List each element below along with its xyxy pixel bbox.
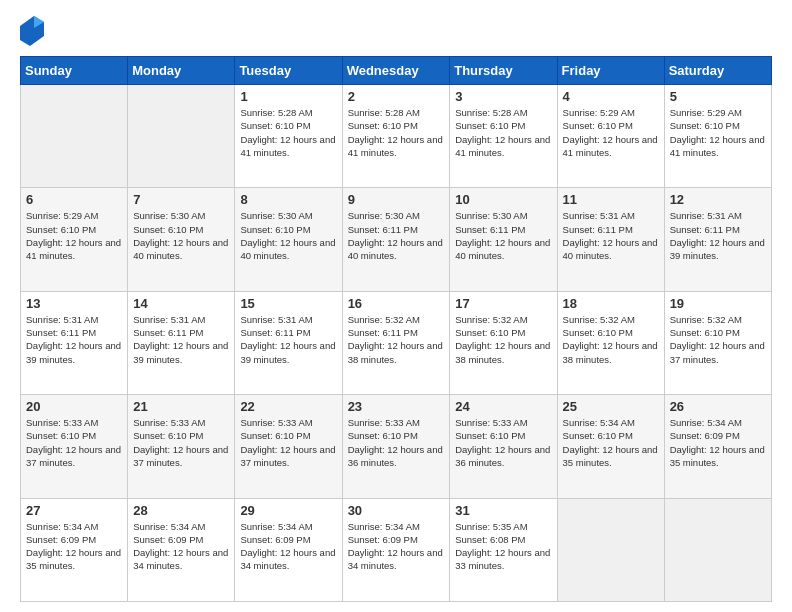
day-number: 16 xyxy=(348,296,445,311)
day-number: 31 xyxy=(455,503,551,518)
calendar-day-cell: 11Sunrise: 5:31 AM Sunset: 6:11 PM Dayli… xyxy=(557,188,664,291)
day-number: 5 xyxy=(670,89,766,104)
page: SundayMondayTuesdayWednesdayThursdayFrid… xyxy=(0,0,792,612)
calendar-week-row: 20Sunrise: 5:33 AM Sunset: 6:10 PM Dayli… xyxy=(21,395,772,498)
day-number: 14 xyxy=(133,296,229,311)
calendar-day-cell xyxy=(21,85,128,188)
calendar-day-cell: 24Sunrise: 5:33 AM Sunset: 6:10 PM Dayli… xyxy=(450,395,557,498)
calendar-day-cell: 21Sunrise: 5:33 AM Sunset: 6:10 PM Dayli… xyxy=(128,395,235,498)
calendar-day-cell xyxy=(664,498,771,601)
day-info: Sunrise: 5:30 AM Sunset: 6:11 PM Dayligh… xyxy=(348,209,445,262)
day-number: 24 xyxy=(455,399,551,414)
calendar-day-cell: 26Sunrise: 5:34 AM Sunset: 6:09 PM Dayli… xyxy=(664,395,771,498)
calendar-day-cell: 8Sunrise: 5:30 AM Sunset: 6:10 PM Daylig… xyxy=(235,188,342,291)
day-number: 15 xyxy=(240,296,336,311)
calendar-day-cell: 3Sunrise: 5:28 AM Sunset: 6:10 PM Daylig… xyxy=(450,85,557,188)
calendar-table: SundayMondayTuesdayWednesdayThursdayFrid… xyxy=(20,56,772,602)
day-number: 11 xyxy=(563,192,659,207)
day-number: 6 xyxy=(26,192,122,207)
calendar-day-cell: 1Sunrise: 5:28 AM Sunset: 6:10 PM Daylig… xyxy=(235,85,342,188)
weekday-header: Saturday xyxy=(664,57,771,85)
calendar-day-cell: 19Sunrise: 5:32 AM Sunset: 6:10 PM Dayli… xyxy=(664,291,771,394)
day-number: 30 xyxy=(348,503,445,518)
calendar-day-cell xyxy=(128,85,235,188)
calendar-day-cell: 25Sunrise: 5:34 AM Sunset: 6:10 PM Dayli… xyxy=(557,395,664,498)
day-info: Sunrise: 5:33 AM Sunset: 6:10 PM Dayligh… xyxy=(133,416,229,469)
calendar-day-cell: 4Sunrise: 5:29 AM Sunset: 6:10 PM Daylig… xyxy=(557,85,664,188)
day-info: Sunrise: 5:32 AM Sunset: 6:11 PM Dayligh… xyxy=(348,313,445,366)
day-number: 28 xyxy=(133,503,229,518)
calendar-day-cell: 27Sunrise: 5:34 AM Sunset: 6:09 PM Dayli… xyxy=(21,498,128,601)
day-info: Sunrise: 5:28 AM Sunset: 6:10 PM Dayligh… xyxy=(240,106,336,159)
calendar-day-cell: 7Sunrise: 5:30 AM Sunset: 6:10 PM Daylig… xyxy=(128,188,235,291)
day-info: Sunrise: 5:31 AM Sunset: 6:11 PM Dayligh… xyxy=(563,209,659,262)
weekday-header: Tuesday xyxy=(235,57,342,85)
day-number: 21 xyxy=(133,399,229,414)
calendar-day-cell: 15Sunrise: 5:31 AM Sunset: 6:11 PM Dayli… xyxy=(235,291,342,394)
day-info: Sunrise: 5:34 AM Sunset: 6:09 PM Dayligh… xyxy=(670,416,766,469)
day-info: Sunrise: 5:28 AM Sunset: 6:10 PM Dayligh… xyxy=(348,106,445,159)
day-number: 20 xyxy=(26,399,122,414)
day-number: 7 xyxy=(133,192,229,207)
day-number: 29 xyxy=(240,503,336,518)
day-info: Sunrise: 5:30 AM Sunset: 6:10 PM Dayligh… xyxy=(133,209,229,262)
header xyxy=(20,16,772,46)
day-info: Sunrise: 5:35 AM Sunset: 6:08 PM Dayligh… xyxy=(455,520,551,573)
day-number: 19 xyxy=(670,296,766,311)
calendar-day-cell: 17Sunrise: 5:32 AM Sunset: 6:10 PM Dayli… xyxy=(450,291,557,394)
calendar-day-cell: 28Sunrise: 5:34 AM Sunset: 6:09 PM Dayli… xyxy=(128,498,235,601)
day-number: 12 xyxy=(670,192,766,207)
day-info: Sunrise: 5:31 AM Sunset: 6:11 PM Dayligh… xyxy=(670,209,766,262)
calendar-week-row: 6Sunrise: 5:29 AM Sunset: 6:10 PM Daylig… xyxy=(21,188,772,291)
calendar-day-cell: 6Sunrise: 5:29 AM Sunset: 6:10 PM Daylig… xyxy=(21,188,128,291)
calendar-day-cell: 14Sunrise: 5:31 AM Sunset: 6:11 PM Dayli… xyxy=(128,291,235,394)
calendar-day-cell: 29Sunrise: 5:34 AM Sunset: 6:09 PM Dayli… xyxy=(235,498,342,601)
calendar-day-cell xyxy=(557,498,664,601)
day-info: Sunrise: 5:31 AM Sunset: 6:11 PM Dayligh… xyxy=(26,313,122,366)
calendar-day-cell: 31Sunrise: 5:35 AM Sunset: 6:08 PM Dayli… xyxy=(450,498,557,601)
day-info: Sunrise: 5:31 AM Sunset: 6:11 PM Dayligh… xyxy=(133,313,229,366)
day-info: Sunrise: 5:34 AM Sunset: 6:10 PM Dayligh… xyxy=(563,416,659,469)
calendar-week-row: 27Sunrise: 5:34 AM Sunset: 6:09 PM Dayli… xyxy=(21,498,772,601)
calendar-day-cell: 30Sunrise: 5:34 AM Sunset: 6:09 PM Dayli… xyxy=(342,498,450,601)
weekday-header: Sunday xyxy=(21,57,128,85)
calendar-day-cell: 20Sunrise: 5:33 AM Sunset: 6:10 PM Dayli… xyxy=(21,395,128,498)
calendar-week-row: 1Sunrise: 5:28 AM Sunset: 6:10 PM Daylig… xyxy=(21,85,772,188)
weekday-header: Monday xyxy=(128,57,235,85)
day-number: 18 xyxy=(563,296,659,311)
day-number: 27 xyxy=(26,503,122,518)
day-number: 4 xyxy=(563,89,659,104)
day-info: Sunrise: 5:34 AM Sunset: 6:09 PM Dayligh… xyxy=(348,520,445,573)
day-info: Sunrise: 5:31 AM Sunset: 6:11 PM Dayligh… xyxy=(240,313,336,366)
day-info: Sunrise: 5:28 AM Sunset: 6:10 PM Dayligh… xyxy=(455,106,551,159)
day-number: 23 xyxy=(348,399,445,414)
day-number: 2 xyxy=(348,89,445,104)
calendar-day-cell: 22Sunrise: 5:33 AM Sunset: 6:10 PM Dayli… xyxy=(235,395,342,498)
calendar-week-row: 13Sunrise: 5:31 AM Sunset: 6:11 PM Dayli… xyxy=(21,291,772,394)
day-info: Sunrise: 5:32 AM Sunset: 6:10 PM Dayligh… xyxy=(670,313,766,366)
day-number: 10 xyxy=(455,192,551,207)
calendar-day-cell: 9Sunrise: 5:30 AM Sunset: 6:11 PM Daylig… xyxy=(342,188,450,291)
calendar-day-cell: 23Sunrise: 5:33 AM Sunset: 6:10 PM Dayli… xyxy=(342,395,450,498)
logo-icon xyxy=(20,16,44,46)
calendar-day-cell: 2Sunrise: 5:28 AM Sunset: 6:10 PM Daylig… xyxy=(342,85,450,188)
day-info: Sunrise: 5:32 AM Sunset: 6:10 PM Dayligh… xyxy=(455,313,551,366)
day-info: Sunrise: 5:33 AM Sunset: 6:10 PM Dayligh… xyxy=(455,416,551,469)
day-number: 22 xyxy=(240,399,336,414)
logo xyxy=(20,16,48,46)
weekday-header: Wednesday xyxy=(342,57,450,85)
day-number: 26 xyxy=(670,399,766,414)
weekday-header: Thursday xyxy=(450,57,557,85)
day-info: Sunrise: 5:34 AM Sunset: 6:09 PM Dayligh… xyxy=(240,520,336,573)
day-info: Sunrise: 5:29 AM Sunset: 6:10 PM Dayligh… xyxy=(670,106,766,159)
day-info: Sunrise: 5:33 AM Sunset: 6:10 PM Dayligh… xyxy=(240,416,336,469)
calendar-day-cell: 10Sunrise: 5:30 AM Sunset: 6:11 PM Dayli… xyxy=(450,188,557,291)
day-info: Sunrise: 5:29 AM Sunset: 6:10 PM Dayligh… xyxy=(26,209,122,262)
day-info: Sunrise: 5:34 AM Sunset: 6:09 PM Dayligh… xyxy=(26,520,122,573)
day-number: 25 xyxy=(563,399,659,414)
day-info: Sunrise: 5:30 AM Sunset: 6:11 PM Dayligh… xyxy=(455,209,551,262)
day-number: 3 xyxy=(455,89,551,104)
day-info: Sunrise: 5:29 AM Sunset: 6:10 PM Dayligh… xyxy=(563,106,659,159)
day-number: 1 xyxy=(240,89,336,104)
calendar-day-cell: 12Sunrise: 5:31 AM Sunset: 6:11 PM Dayli… xyxy=(664,188,771,291)
